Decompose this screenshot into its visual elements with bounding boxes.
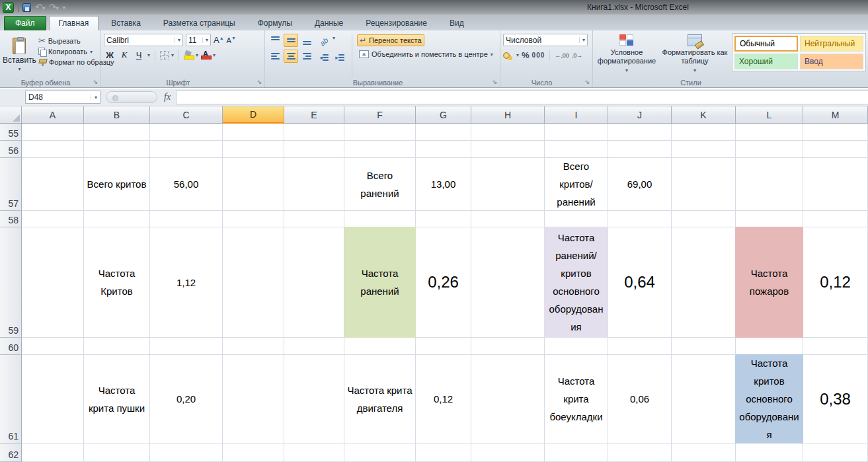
cell-J57[interactable]: 69,00 bbox=[608, 158, 672, 211]
insert-function-icon[interactable]: fx bbox=[164, 92, 171, 102]
cell-style-Ввод[interactable]: Ввод bbox=[800, 54, 863, 69]
cell-B56[interactable] bbox=[84, 141, 150, 158]
column-header-D[interactable]: D bbox=[223, 106, 284, 124]
cell-D56[interactable] bbox=[223, 141, 284, 158]
align-middle-button[interactable] bbox=[284, 34, 298, 47]
row-header-60[interactable]: 60 bbox=[0, 338, 22, 355]
dialog-launcher-icon[interactable]: ⇘ bbox=[584, 79, 591, 86]
tab-Формулы[interactable]: Формулы bbox=[248, 16, 302, 30]
redo-icon[interactable]: ↷▾ bbox=[49, 3, 59, 13]
cell-I57[interactable]: Всего критов/ранений bbox=[545, 158, 608, 211]
cell-I55[interactable] bbox=[545, 124, 608, 141]
cell-L59[interactable]: Частота пожаров bbox=[736, 227, 803, 338]
cell-F60[interactable] bbox=[344, 338, 416, 355]
orientation-button[interactable]: ab bbox=[317, 35, 331, 48]
cell-C59[interactable]: 1,12 bbox=[150, 227, 223, 338]
cell-J56[interactable] bbox=[608, 141, 672, 158]
cell-K56[interactable] bbox=[672, 141, 736, 158]
increase-decimal-button[interactable]: ←,00 bbox=[555, 52, 569, 59]
cell-I56[interactable] bbox=[545, 141, 608, 158]
bold-button[interactable]: Ж bbox=[104, 50, 116, 60]
row-header-61[interactable]: 61 bbox=[0, 355, 22, 443]
cell-H61[interactable] bbox=[471, 355, 545, 443]
cell-H55[interactable] bbox=[471, 124, 545, 141]
cell-C57[interactable]: 56,00 bbox=[150, 158, 223, 211]
cell-L62[interactable] bbox=[736, 443, 803, 462]
tab-Вид[interactable]: Вид bbox=[440, 16, 474, 30]
cell-A62[interactable] bbox=[22, 443, 84, 462]
cell-G55[interactable] bbox=[416, 124, 471, 141]
tab-Вставка[interactable]: Вставка bbox=[101, 16, 151, 30]
column-header-L[interactable]: L bbox=[736, 106, 803, 124]
cell-E59[interactable] bbox=[284, 227, 344, 338]
chevron-down-icon[interactable]: ▾ bbox=[171, 52, 174, 58]
cell-K58[interactable] bbox=[672, 211, 736, 227]
cell-F61[interactable]: Частота крита двигателя bbox=[344, 355, 416, 443]
cell-I58[interactable] bbox=[545, 211, 608, 227]
cell-G57[interactable]: 13,00 bbox=[416, 158, 471, 211]
percent-format-button[interactable]: % bbox=[522, 50, 530, 60]
dialog-launcher-icon[interactable]: ⇘ bbox=[92, 79, 99, 86]
paste-button[interactable]: Вставить ▾ bbox=[3, 32, 36, 77]
cell-M61[interactable]: 0,38 bbox=[803, 355, 868, 443]
comma-format-button[interactable]: 000 bbox=[532, 52, 545, 59]
conditional-formatting-button[interactable]: Условное форматирование ▾ bbox=[596, 33, 658, 77]
save-icon[interactable] bbox=[22, 3, 31, 12]
name-box[interactable]: D48 ▾ bbox=[25, 91, 100, 104]
cell-G62[interactable] bbox=[416, 443, 471, 462]
cell-C56[interactable] bbox=[150, 141, 223, 158]
formula-input[interactable] bbox=[176, 91, 868, 104]
cell-L61[interactable]: Частота критов основного оборудования bbox=[736, 355, 803, 443]
chevron-down-icon[interactable]: ▾ bbox=[516, 52, 519, 58]
row-header-59[interactable]: 59 bbox=[0, 227, 22, 338]
cell-G59[interactable]: 0,26 bbox=[416, 227, 471, 338]
chevron-down-icon[interactable]: ▾ bbox=[213, 52, 216, 58]
cell-style-Хороший[interactable]: Хороший bbox=[734, 54, 798, 69]
cell-J55[interactable] bbox=[608, 124, 672, 141]
cell-F56[interactable] bbox=[344, 141, 416, 158]
tab-Рецензирование[interactable]: Рецензирование bbox=[356, 16, 437, 30]
borders-icon[interactable] bbox=[160, 51, 169, 59]
row-header-56[interactable]: 56 bbox=[0, 141, 22, 158]
formula-bar-splitter[interactable] bbox=[106, 91, 157, 103]
cell-A55[interactable] bbox=[22, 124, 84, 141]
cell-H56[interactable] bbox=[471, 141, 545, 158]
font-name-select[interactable]: Calibri ▾ bbox=[104, 34, 183, 46]
align-center-button[interactable] bbox=[284, 50, 298, 63]
chevron-down-icon[interactable]: ▾ bbox=[333, 35, 335, 48]
increase-indent-button[interactable]: ▸ bbox=[333, 51, 347, 64]
cell-K61[interactable] bbox=[672, 355, 736, 443]
cell-K57[interactable] bbox=[672, 158, 736, 211]
cell-D61[interactable] bbox=[223, 355, 284, 443]
column-header-E[interactable]: E bbox=[284, 106, 344, 124]
grow-font-button[interactable]: А▲ bbox=[214, 35, 224, 45]
cell-J62[interactable] bbox=[608, 443, 672, 462]
cell-C58[interactable] bbox=[150, 211, 223, 227]
underline-button[interactable]: Ч bbox=[133, 50, 145, 60]
qat-customize-icon[interactable]: ▾ bbox=[63, 5, 65, 11]
decrease-decimal-button[interactable]: ,0→ bbox=[572, 52, 583, 59]
cell-B62[interactable] bbox=[84, 443, 150, 462]
cell-K55[interactable] bbox=[672, 124, 736, 141]
cell-G56[interactable] bbox=[416, 141, 471, 158]
column-header-M[interactable]: M bbox=[803, 106, 868, 124]
cell-M62[interactable] bbox=[803, 443, 868, 462]
cell-B55[interactable] bbox=[84, 124, 150, 141]
row-header-58[interactable]: 58 bbox=[0, 211, 22, 227]
decrease-indent-button[interactable]: ◂ bbox=[317, 51, 331, 64]
cell-D60[interactable] bbox=[223, 338, 284, 355]
cell-F58[interactable] bbox=[344, 211, 416, 227]
cell-I61[interactable]: Частота крита боеукладки bbox=[545, 355, 608, 443]
cell-D57[interactable] bbox=[223, 158, 284, 211]
dialog-launcher-icon[interactable]: ⇘ bbox=[491, 79, 498, 86]
row-header-62[interactable]: 62 bbox=[0, 443, 22, 462]
chevron-down-icon[interactable]: ▾ bbox=[147, 52, 150, 58]
column-header-G[interactable]: G bbox=[416, 106, 471, 124]
cell-L57[interactable] bbox=[736, 158, 803, 211]
undo-icon[interactable]: ↶▾ bbox=[35, 3, 45, 13]
cell-C62[interactable] bbox=[150, 443, 223, 462]
cell-E62[interactable] bbox=[284, 443, 344, 462]
column-header-F[interactable]: F bbox=[344, 106, 416, 124]
cell-H60[interactable] bbox=[471, 338, 545, 355]
cell-L60[interactable] bbox=[736, 338, 803, 355]
